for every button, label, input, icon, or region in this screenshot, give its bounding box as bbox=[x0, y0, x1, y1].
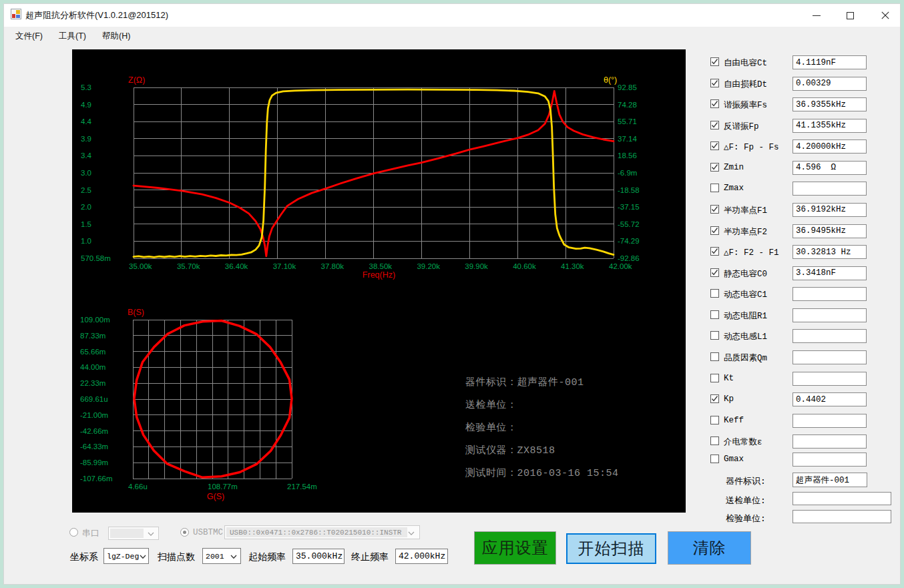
result-label-5: Zmin bbox=[724, 163, 744, 172]
serial-port-combo[interactable] bbox=[108, 527, 159, 540]
info-label: 测试仪器： bbox=[465, 445, 517, 457]
clear-button[interactable]: 清除 bbox=[668, 531, 751, 565]
g-axis-tick: 4.66u bbox=[128, 483, 148, 491]
result-value-4[interactable]: 4.20000kHz bbox=[793, 139, 867, 154]
result-value-0[interactable]: 4.1119nF bbox=[793, 55, 867, 69]
result-checkbox-16[interactable] bbox=[710, 394, 719, 403]
result-label-15: Kt bbox=[724, 374, 734, 383]
z-axis-tick: 2.0 bbox=[81, 203, 91, 211]
result-checkbox-1[interactable] bbox=[710, 79, 719, 87]
result-value-11[interactable] bbox=[793, 287, 867, 301]
info-line: 检验单位： bbox=[465, 421, 517, 434]
result-value-18[interactable] bbox=[793, 434, 867, 449]
result-checkbox-13[interactable] bbox=[710, 331, 719, 340]
theta-axis-tick: 37.14 bbox=[618, 135, 637, 143]
result-checkbox-15[interactable] bbox=[710, 374, 719, 382]
freq-axis-title: Freq(Hz) bbox=[363, 270, 395, 280]
coord-system-combo[interactable]: lgZ-Deg bbox=[103, 548, 149, 564]
result-checkbox-8[interactable] bbox=[710, 226, 719, 235]
result-checkbox-18[interactable] bbox=[710, 436, 719, 445]
result-value-17[interactable] bbox=[793, 414, 867, 428]
start-scan-button[interactable]: 开始扫描 bbox=[566, 533, 656, 564]
chevron-down-icon bbox=[148, 531, 154, 537]
result-value-12[interactable] bbox=[793, 308, 867, 322]
result-checkbox-11[interactable] bbox=[710, 289, 719, 298]
result-value-19[interactable] bbox=[793, 453, 867, 467]
info-label: 器件标识： bbox=[465, 377, 517, 388]
apply-settings-button[interactable]: 应用设置 bbox=[474, 531, 556, 565]
result-value-8[interactable]: 36.9495kHz bbox=[793, 224, 867, 238]
menu-item-1[interactable]: 工具(T) bbox=[59, 31, 86, 42]
z-axis-tick: 1.0 bbox=[81, 237, 91, 245]
minimize-button[interactable] bbox=[799, 4, 833, 27]
result-checkbox-7[interactable] bbox=[710, 205, 719, 214]
result-checkbox-0[interactable] bbox=[710, 57, 719, 66]
stop-freq-input[interactable]: 42.000kHz bbox=[395, 549, 448, 564]
result-checkbox-6[interactable] bbox=[710, 184, 719, 192]
close-button[interactable] bbox=[868, 4, 902, 27]
result-label-8: 半功率点F2 bbox=[724, 226, 767, 238]
maximize-button[interactable] bbox=[833, 4, 867, 27]
result-checkbox-10[interactable] bbox=[710, 268, 719, 277]
theta-axis-tick: -55.72 bbox=[618, 220, 640, 228]
result-checkbox-4[interactable] bbox=[710, 141, 719, 150]
check-icon bbox=[711, 206, 718, 213]
result-checkbox-3[interactable] bbox=[710, 121, 719, 129]
result-value-2[interactable]: 36.9355kHz bbox=[793, 97, 867, 111]
id-field-label-0: 器件标识: bbox=[726, 475, 766, 487]
result-value-14[interactable] bbox=[793, 350, 867, 364]
info-value: ZX8518 bbox=[517, 445, 555, 457]
info-line: 测试仪器：ZX8518 bbox=[465, 444, 555, 457]
result-label-16: Kp bbox=[724, 394, 734, 404]
b-axis-tick: -85.99m bbox=[80, 459, 108, 467]
b-axis-tick: 44.00m bbox=[80, 363, 105, 371]
radio-dot bbox=[183, 531, 186, 534]
result-checkbox-9[interactable] bbox=[710, 247, 719, 256]
result-checkbox-17[interactable] bbox=[710, 416, 719, 424]
check-icon bbox=[711, 395, 718, 402]
start-freq-label: 起始频率 bbox=[248, 551, 286, 563]
z-axis-tick: 1.5 bbox=[81, 220, 91, 228]
freq-axis-tick: 38.50k bbox=[369, 262, 393, 270]
menu-item-2[interactable]: 帮助(H) bbox=[102, 31, 130, 42]
result-label-14: 品质因素Qm bbox=[724, 352, 767, 364]
chevron-down-icon bbox=[230, 553, 237, 560]
start-freq-input[interactable]: 35.000kHz bbox=[292, 549, 345, 564]
result-checkbox-2[interactable] bbox=[710, 99, 719, 108]
freq-axis-tick: 35.70k bbox=[177, 262, 200, 270]
result-value-7[interactable]: 36.9192kHz bbox=[793, 203, 867, 217]
result-value-5[interactable]: 4.596 Ω bbox=[793, 161, 867, 175]
result-value-13[interactable] bbox=[793, 329, 867, 343]
id-field-input-0[interactable]: 超声器件-001 bbox=[793, 473, 867, 487]
result-checkbox-19[interactable] bbox=[710, 455, 719, 463]
serial-radio[interactable] bbox=[69, 528, 78, 537]
result-checkbox-14[interactable] bbox=[710, 352, 719, 361]
result-checkbox-12[interactable] bbox=[710, 310, 719, 319]
theta-axis-tick: -18.58 bbox=[618, 186, 640, 194]
result-checkbox-5[interactable] bbox=[710, 163, 719, 172]
result-value-10[interactable]: 3.3418nF bbox=[793, 266, 867, 280]
usbtmc-radio[interactable] bbox=[180, 528, 189, 537]
result-value-1[interactable]: 0.00329 bbox=[793, 77, 867, 91]
chart-panel: 5.34.94.43.93.43.02.52.01.51.0570.58m92.… bbox=[72, 49, 686, 513]
result-label-12: 动态电阻R1 bbox=[724, 310, 767, 322]
check-icon bbox=[711, 142, 718, 150]
id-field-input-2[interactable] bbox=[793, 510, 891, 523]
freq-axis-tick: 39.90k bbox=[465, 262, 488, 270]
stop-freq-label: 终止频率 bbox=[351, 551, 389, 563]
z-axis-tick: 570.58m bbox=[81, 254, 111, 262]
result-value-6[interactable] bbox=[793, 182, 867, 196]
result-value-16[interactable]: 0.4402 bbox=[793, 392, 867, 406]
z-axis-tick: 3.4 bbox=[81, 152, 92, 160]
theta-axis-tick: -74.29 bbox=[618, 237, 640, 245]
result-value-3[interactable]: 41.1355kHz bbox=[793, 119, 867, 133]
sweep-points-value: 2001 bbox=[206, 549, 224, 563]
result-value-15[interactable] bbox=[793, 372, 867, 386]
result-value-9[interactable]: 30.32813 Hz bbox=[793, 245, 867, 259]
serial-port-combo-value bbox=[110, 529, 144, 538]
usbtmc-resource-combo[interactable]: USB0::0x0471::0x2786::T020215010::INSTR bbox=[224, 525, 420, 539]
id-field-label-2: 检验单位: bbox=[726, 513, 766, 525]
id-field-input-1[interactable] bbox=[793, 492, 891, 505]
menu-item-0[interactable]: 文件(F) bbox=[15, 31, 43, 42]
sweep-points-combo[interactable]: 2001 bbox=[202, 548, 241, 564]
